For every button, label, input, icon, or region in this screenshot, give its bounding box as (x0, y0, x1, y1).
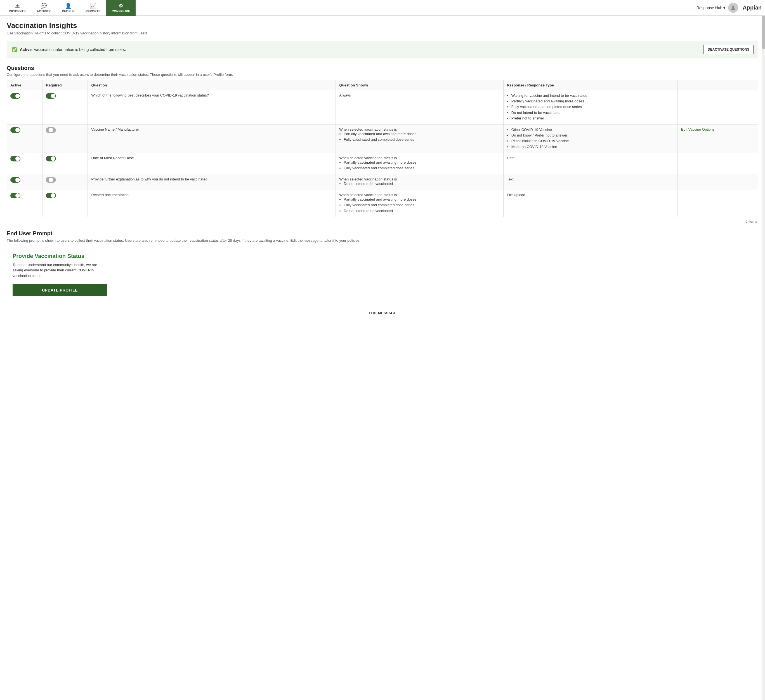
edit-message-section: EDIT MESSAGE (7, 308, 758, 318)
nav-label-reports: REPORTS (85, 9, 101, 13)
cell-required (42, 153, 88, 174)
cell-active (7, 124, 42, 153)
required-toggle[interactable] (46, 177, 56, 183)
required-toggle[interactable] (46, 127, 56, 133)
nav-label-incidents: INCIDENTS (9, 9, 25, 13)
cell-response: Text (503, 174, 677, 190)
required-toggle[interactable] (46, 93, 56, 99)
active-toggle[interactable] (10, 93, 20, 99)
cell-question: Provide further explanation as to why yo… (88, 174, 336, 190)
cell-question-shown: When selected vaccination status isParti… (336, 190, 503, 217)
cell-question: Related documentation (88, 190, 336, 217)
nav-item-incidents[interactable]: ⚠ INCIDENTS (3, 0, 31, 16)
cell-question-shown: When selected vaccination status isDo no… (336, 174, 503, 190)
nav-item-reports[interactable]: 📈 REPORTS (80, 0, 106, 16)
cell-question-shown: When selected vaccination status isParti… (336, 153, 503, 174)
people-icon: 👤 (65, 3, 71, 9)
cell-required (42, 124, 88, 153)
active-status-icon: ✅ (11, 46, 17, 53)
required-toggle[interactable] (46, 156, 56, 161)
col-active: Active (7, 80, 42, 90)
activity-icon: 💬 (41, 3, 47, 9)
cell-question-shown: Always (336, 90, 503, 125)
col-response: Response / Response Type (503, 80, 677, 90)
nav-label-people: PEOPLE (62, 9, 74, 13)
col-action (677, 80, 758, 90)
cell-required (42, 190, 88, 217)
questions-section-title: Questions (7, 65, 758, 71)
cell-active (7, 174, 42, 190)
scrollbar-thumb[interactable] (762, 16, 765, 49)
response-hub-button[interactable]: Response Hub ▾ (696, 6, 726, 10)
items-count: 5 items (7, 219, 758, 224)
active-toggle[interactable] (10, 193, 20, 199)
cell-action (677, 90, 758, 125)
main-content: Vaccination Insights Use Vaccination Ins… (0, 16, 765, 324)
nav-item-configure[interactable]: ⚙ CONFIGURE (106, 0, 135, 16)
cell-active (7, 190, 42, 217)
col-question: Question (88, 80, 336, 90)
end-user-title: End User Prompt (7, 230, 758, 237)
status-banner: ✅ Active. Vaccination information is bei… (7, 41, 758, 58)
appian-logo: Appian (743, 5, 762, 11)
nav-bar: ⚠ INCIDENTS 💬 ACTIVITY 👤 PEOPLE 📈 REPORT… (0, 0, 765, 16)
cell-action (677, 190, 758, 217)
deactivate-questions-button[interactable]: DEACTIVATE QUESTIONS (704, 45, 754, 54)
cell-active (7, 90, 42, 125)
edit-vaccine-options-link[interactable]: Edit Vaccine Options (681, 127, 715, 131)
cell-response: Waiting for vaccine and intend to be vac… (503, 90, 677, 125)
edit-message-button[interactable]: EDIT MESSAGE (363, 308, 402, 318)
table-row: Provide further explanation as to why yo… (7, 174, 758, 190)
page-subtitle: Use Vaccination Insights to collect COVI… (7, 31, 758, 35)
col-question-shown: Question Shown (336, 80, 503, 90)
cell-response: Other COVID-19 VaccineDo not know / Pref… (503, 124, 677, 153)
cell-required (42, 90, 88, 125)
col-required: Required (42, 80, 88, 90)
prompt-card-title: Provide Vaccination Status (13, 253, 107, 259)
nav-item-activity[interactable]: 💬 ACTIVITY (31, 0, 56, 16)
nav-label-configure: CONFIGURE (112, 9, 130, 13)
required-toggle[interactable] (46, 193, 56, 199)
cell-response: File Upload (503, 190, 677, 217)
update-profile-button[interactable]: UPDATE PROFILE (13, 284, 107, 296)
prompt-card-body: To better understand our community's hea… (13, 262, 107, 279)
active-toggle[interactable] (10, 177, 20, 183)
active-toggle[interactable] (10, 156, 20, 161)
nav-item-people[interactable]: 👤 PEOPLE (56, 0, 80, 16)
end-user-desc: The following prompt is shown to users t… (7, 238, 758, 243)
cell-question-shown: When selected vaccination status isParti… (336, 124, 503, 153)
configure-icon: ⚙ (118, 3, 123, 9)
cell-action (677, 174, 758, 190)
cell-question: Date of Most Recent Dose (88, 153, 336, 174)
status-text: Active. Vaccination information is being… (20, 47, 126, 52)
page-title: Vaccination Insights (7, 21, 758, 30)
nav-right: Response Hub ▾ Appian (696, 3, 762, 13)
status-banner-left: ✅ Active. Vaccination information is bei… (11, 46, 126, 53)
table-row: Which of the following best describes yo… (7, 90, 758, 125)
questions-table: Active Required Question Question Shown … (7, 80, 758, 217)
cell-question: Which of the following best describes yo… (88, 90, 336, 125)
avatar[interactable] (728, 3, 738, 13)
table-row: Related documentationWhen selected vacci… (7, 190, 758, 217)
cell-active (7, 153, 42, 174)
incidents-icon: ⚠ (15, 3, 20, 9)
nav-items: ⚠ INCIDENTS 💬 ACTIVITY 👤 PEOPLE 📈 REPORT… (3, 0, 696, 16)
cell-question: Vaccine Name / Manufacturer (88, 124, 336, 153)
active-toggle[interactable] (10, 127, 20, 133)
end-user-section: End User Prompt The following prompt is … (7, 230, 758, 318)
svg-point-0 (732, 6, 734, 8)
nav-label-activity: ACTIVITY (37, 9, 50, 13)
reports-icon: 📈 (90, 3, 96, 9)
prompt-card: Provide Vaccination Status To better und… (7, 247, 113, 303)
cell-required (42, 174, 88, 190)
scrollbar[interactable] (762, 16, 765, 324)
table-row: Date of Most Recent DoseWhen selected va… (7, 153, 758, 174)
cell-action (677, 153, 758, 174)
questions-section-desc: Configure the questions that you need to… (7, 73, 758, 77)
cell-response: Date (503, 153, 677, 174)
table-row: Vaccine Name / ManufacturerWhen selected… (7, 124, 758, 153)
cell-action: Edit Vaccine Options (677, 124, 758, 153)
